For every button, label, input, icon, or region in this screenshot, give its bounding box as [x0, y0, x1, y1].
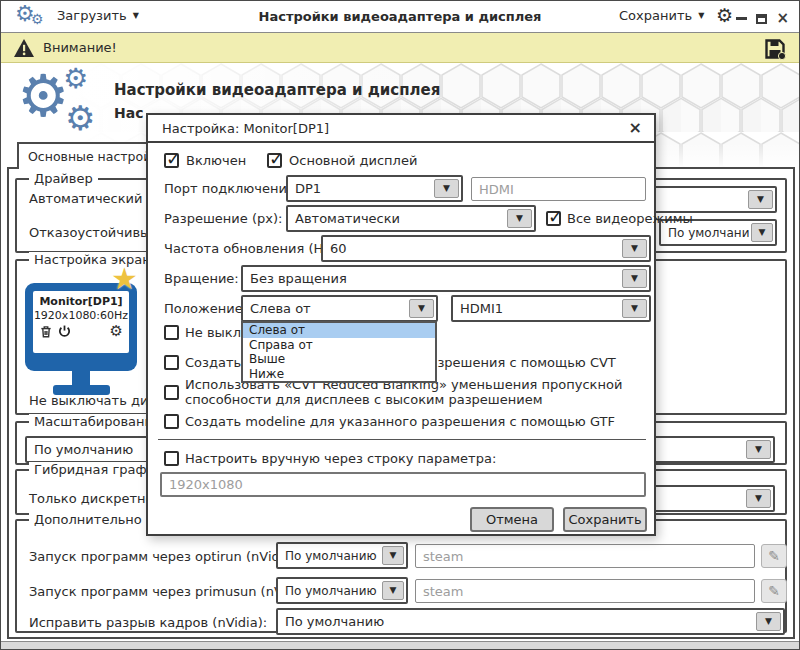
- tab-main-settings[interactable]: Основные настройки: [17, 142, 149, 169]
- enabled-checkbox-row[interactable]: Включен: [164, 153, 246, 168]
- tearfix-combo-value: По умолчанию: [278, 610, 754, 633]
- manual-label: Настроить вручную через строку параметра…: [185, 451, 496, 466]
- optirun-combo-arrow-icon[interactable]: ▼: [382, 546, 404, 565]
- primusrun-combo-arrow-icon[interactable]: ▼: [382, 581, 404, 600]
- optirun-combo[interactable]: По умолчанию ▼: [276, 542, 408, 569]
- position-target-combo-arrow-icon[interactable]: ▼: [622, 299, 647, 318]
- header-logo-gear-large-icon: ⚙: [17, 67, 69, 125]
- primusrun-command-input[interactable]: [415, 579, 755, 603]
- resolution-combo-value: Автоматически: [288, 207, 505, 230]
- primary-checkbox-row[interactable]: Основной дисплей: [267, 153, 417, 168]
- dialog-title-separator: [148, 141, 654, 143]
- titlebar: ⚙ ⚙ Загрузить ▼ Настройки видеоадаптера …: [1, 1, 799, 33]
- refresh-label: Частота обновления (Hz):: [164, 241, 340, 256]
- port-combo-value: DP1: [288, 177, 432, 200]
- resolution-combo-arrow-icon[interactable]: ▼: [507, 209, 532, 228]
- group-screen-legend: Настройка экрана: [29, 252, 164, 267]
- position-label: Положение:: [164, 301, 247, 316]
- dpms-checkbox[interactable]: [164, 325, 179, 340]
- refresh-combo-value: 60: [323, 237, 620, 260]
- save-caret-icon: ▼: [698, 11, 704, 20]
- port-label: Порт подключения:: [164, 181, 299, 196]
- monitor-screen: Monitor[DP1] 1920x1080:60Hz ⚙: [33, 291, 129, 353]
- resolution-combo[interactable]: Автоматически ▼: [286, 205, 536, 232]
- optirun-command-input[interactable]: [415, 544, 755, 568]
- warning-triangle-icon: [13, 38, 35, 58]
- cvt-rb-checkbox[interactable]: [164, 385, 179, 400]
- driver-failsafe-combo-arrow-icon[interactable]: ▼: [751, 223, 773, 242]
- refresh-combo[interactable]: 60 ▼: [321, 235, 651, 262]
- driver-auto-combo-arrow-icon[interactable]: ▼: [748, 190, 773, 209]
- dialog-title: Настройка: Monitor[DP1]: [162, 121, 329, 136]
- manual-checkbox-row[interactable]: Настроить вручную через строку параметра…: [164, 451, 496, 466]
- dialog-separator: [158, 439, 646, 440]
- refresh-combo-arrow-icon[interactable]: ▼: [622, 239, 647, 258]
- allmodes-checkbox[interactable]: [546, 211, 561, 226]
- header-logo-gear-top-icon: ⚙: [63, 65, 88, 93]
- port-combo[interactable]: DP1 ▼: [286, 175, 463, 202]
- option-left-of[interactable]: Слева от: [243, 323, 435, 338]
- monitor-warning-star-icon: ★: [111, 261, 138, 296]
- monitor-settings-dialog: Настройка: Monitor[DP1] × Включен Основн…: [146, 113, 656, 536]
- save-file-icon[interactable]: [763, 37, 787, 61]
- pencil-icon: ✎: [768, 548, 780, 564]
- tearfix-label: Исправить разрыв кадров (nVidia):: [29, 615, 267, 630]
- gtf-label: Создать modeline для указанного разрешен…: [185, 414, 615, 429]
- tearfix-combo[interactable]: По умолчанию ▼: [276, 608, 785, 635]
- position-target-combo-value: HDMI1: [453, 297, 620, 320]
- cancel-button[interactable]: Отмена: [470, 507, 554, 532]
- cancel-button-label: Отмена: [486, 512, 538, 527]
- allmodes-label: Все видеорежимы: [567, 211, 693, 226]
- optirun-combo-value: По умолчанию: [278, 544, 380, 567]
- rotation-combo-value: Без вращения: [243, 267, 620, 290]
- optirun-label: Запуск программ через optirun (nVidia):: [29, 549, 301, 564]
- group-driver-legend: Драйвер: [29, 171, 98, 186]
- maximize-button[interactable]: [756, 14, 767, 24]
- bottom-strip: [1, 641, 799, 650]
- save-menu-label: Сохранить: [619, 8, 692, 23]
- position-combo-arrow-icon[interactable]: ▼: [409, 299, 434, 318]
- primusrun-combo-value: По умолчанию: [278, 579, 380, 602]
- close-window-button[interactable]: ×: [776, 11, 789, 26]
- tearfix-combo-arrow-icon[interactable]: ▼: [756, 612, 781, 631]
- minimize-button[interactable]: [736, 17, 747, 20]
- rotation-combo[interactable]: Без вращения ▼: [241, 265, 651, 292]
- dialog-save-button-label: Сохранить: [568, 512, 641, 527]
- option-below[interactable]: Ниже: [243, 367, 435, 382]
- page-title: Настройки видеоадаптера и дисплея: [114, 81, 440, 99]
- primusrun-combo[interactable]: По умолчанию ▼: [276, 577, 408, 604]
- resolution-label: Разрешение (px):: [164, 211, 282, 226]
- option-right-of[interactable]: Справа от: [243, 338, 435, 353]
- warning-bar: Внимание!: [1, 33, 799, 63]
- gtf-checkbox[interactable]: [164, 414, 179, 429]
- primusrun-edit-button[interactable]: ✎: [761, 579, 787, 603]
- allmodes-checkbox-row[interactable]: Все видеорежимы: [546, 211, 693, 226]
- cvt-checkbox[interactable]: [164, 355, 179, 370]
- position-combo-value: Слева от: [243, 297, 407, 320]
- manual-mode-input[interactable]: [160, 472, 646, 497]
- enabled-checkbox[interactable]: [164, 153, 179, 168]
- delete-monitor-trash-icon[interactable]: [39, 324, 53, 339]
- dialog-close-icon[interactable]: ×: [629, 120, 642, 136]
- scaling-combo-arrow-icon[interactable]: ▼: [746, 440, 771, 459]
- app-window: ⚙ ⚙ Загрузить ▼ Настройки видеоадаптера …: [0, 0, 800, 650]
- monitor-name: Monitor[DP1]: [39, 295, 122, 308]
- port-combo-arrow-icon[interactable]: ▼: [434, 179, 459, 198]
- primary-display-checkbox[interactable]: [267, 153, 282, 168]
- settings-gear-icon[interactable]: ⚙: [716, 6, 733, 25]
- manual-checkbox[interactable]: [164, 451, 179, 466]
- monitor-settings-gear-icon[interactable]: ⚙: [110, 324, 123, 339]
- power-monitor-icon[interactable]: [57, 324, 72, 339]
- gtf-checkbox-row[interactable]: Создать modeline для указанного разрешен…: [164, 414, 652, 429]
- optirun-edit-button[interactable]: ✎: [761, 544, 787, 568]
- hybrid-combo-arrow-icon[interactable]: ▼: [746, 489, 771, 508]
- option-above[interactable]: Выше: [243, 352, 435, 367]
- dialog-save-button[interactable]: Сохранить: [563, 507, 647, 532]
- position-target-combo[interactable]: HDMI1 ▼: [451, 295, 651, 322]
- port-custom-input[interactable]: [471, 177, 646, 201]
- save-menu-button[interactable]: Сохранить ▼: [619, 8, 704, 23]
- page-subtitle: Нас: [114, 105, 143, 121]
- pencil-icon: ✎: [768, 583, 780, 599]
- position-combo[interactable]: Слева от ▼: [241, 295, 438, 322]
- rotation-combo-arrow-icon[interactable]: ▼: [622, 269, 647, 288]
